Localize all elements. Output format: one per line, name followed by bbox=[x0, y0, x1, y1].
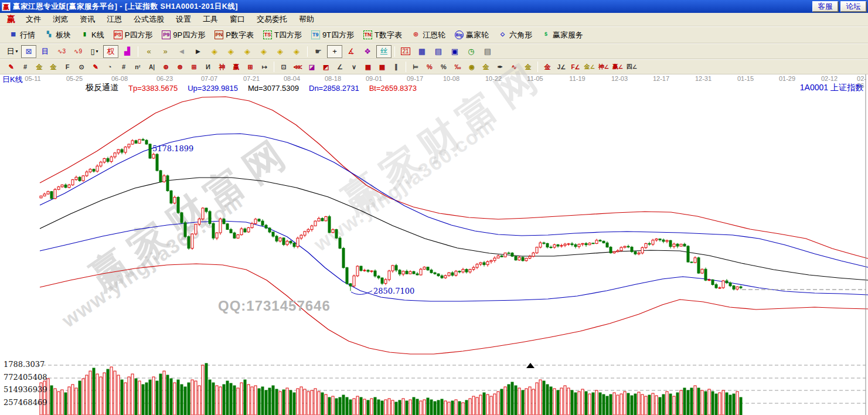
tool-shen-grid[interactable]: 神 bbox=[216, 61, 229, 73]
tool-grid-ticks[interactable]: # bbox=[19, 61, 32, 73]
tool-box-tool[interactable]: ⊡ bbox=[277, 61, 290, 73]
toolbar-hexagon[interactable]: ◇六角形 bbox=[493, 28, 537, 42]
toolbar-sectors[interactable]: ▚板块 bbox=[40, 28, 76, 42]
tool-ex-rights[interactable]: 权 bbox=[103, 45, 118, 58]
tool-gold-line[interactable]: 金 bbox=[522, 61, 535, 73]
toolbar-winner-service[interactable]: $赢家服务 bbox=[537, 28, 588, 42]
tool-calculator[interactable]: ▦ bbox=[414, 45, 430, 58]
tool-n-wave[interactable]: И bbox=[202, 61, 215, 73]
tool-percent[interactable]: % bbox=[437, 61, 450, 73]
tool-silk-tool[interactable]: 丝 bbox=[376, 45, 392, 58]
tool-shift-right[interactable]: ◈ bbox=[223, 45, 239, 58]
toolbar-p-square[interactable]: PSP四方形 bbox=[109, 28, 158, 42]
toolbar-kline[interactable]: ▮K线 bbox=[76, 28, 109, 42]
tool-gold-level[interactable]: 金 bbox=[479, 61, 492, 73]
tool-circle-5[interactable]: ⊙ bbox=[75, 61, 88, 73]
tool-page-next[interactable]: ► bbox=[190, 45, 206, 58]
menu-item-浏览[interactable]: 浏览 bbox=[47, 13, 74, 26]
toolbar-p-table[interactable]: PNP数字表 bbox=[210, 28, 258, 42]
tool-price-ruler[interactable]: ⊨ bbox=[409, 61, 422, 73]
tool-zoom-in[interactable]: ◈ bbox=[256, 45, 271, 58]
customer-service-button[interactable]: 客服 bbox=[812, 1, 838, 12]
tool-win-grid[interactable]: 赢 bbox=[230, 61, 243, 73]
candlestick-chart[interactable] bbox=[0, 74, 868, 415]
tool-v-wave[interactable]: ∨ bbox=[348, 61, 360, 73]
tool-win-angle[interactable]: 赢∠ bbox=[611, 61, 624, 73]
tool-gold-grid-2[interactable]: 金 bbox=[47, 61, 60, 73]
tool-stock-list[interactable]: 目 bbox=[38, 45, 53, 58]
tool-period-day[interactable]: 日▾ bbox=[5, 45, 20, 58]
tool-red-grid-2[interactable]: ▦ bbox=[376, 61, 389, 73]
tool-span-arrow[interactable]: ↦ bbox=[258, 61, 271, 73]
toolbar-t-table[interactable]: TNT数字表 bbox=[359, 28, 407, 42]
tool-red-grid-1[interactable]: ▦ bbox=[362, 61, 375, 73]
menu-item-窗口[interactable]: 窗口 bbox=[224, 13, 251, 26]
tool-percent-red[interactable]: % bbox=[423, 61, 436, 73]
tool-gold-grid-1[interactable]: 金 bbox=[33, 61, 46, 73]
menu-item-交易委托[interactable]: 交易委托 bbox=[251, 13, 293, 26]
tool-wave-line[interactable]: ∿ bbox=[508, 61, 520, 73]
tool-wave-3[interactable]: ∿3 bbox=[54, 45, 69, 58]
tool-gold-circle[interactable]: ◉ bbox=[465, 61, 478, 73]
tool-si-angle[interactable]: 四∠ bbox=[625, 61, 638, 73]
forum-button[interactable]: 论坛 bbox=[840, 1, 866, 12]
tool-shen-angle[interactable]: 神∠ bbox=[597, 61, 610, 73]
menu-item-设置[interactable]: 设置 bbox=[170, 13, 197, 26]
tool-region-select[interactable]: ⊠ bbox=[21, 45, 36, 58]
tool-chart-style[interactable]: ▟ bbox=[120, 45, 135, 58]
menu-item-工具[interactable]: 工具 bbox=[197, 13, 224, 26]
tool-notes[interactable]: ▤ bbox=[431, 45, 446, 58]
menu-item-公式选股[interactable]: 公式选股 bbox=[128, 13, 170, 26]
toolbar-quotes[interactable]: ▦行情 bbox=[4, 28, 40, 42]
tool-grid-123[interactable]: ⊞ bbox=[244, 61, 257, 73]
tool-tick-ruler[interactable]: # bbox=[117, 61, 130, 73]
toolbar-t-square[interactable]: TST四方形 bbox=[258, 28, 307, 42]
tool-crosshair[interactable]: + bbox=[327, 45, 342, 58]
tool-fan-rays[interactable]: ⋘ bbox=[291, 61, 304, 73]
tool-star-circle[interactable]: ⊛ bbox=[173, 61, 186, 73]
tool-circle-cross[interactable]: ⊕ bbox=[159, 61, 172, 73]
tool-angle-measure[interactable]: ∡ bbox=[343, 45, 359, 58]
toolbar-9p-square[interactable]: P99P四方形 bbox=[157, 28, 210, 42]
tool-gold-angle[interactable]: 金∠ bbox=[583, 61, 596, 73]
date-tick-01-15: 01-15 bbox=[737, 75, 754, 82]
tool-shift-left[interactable]: ◈ bbox=[207, 45, 222, 58]
tool-web-update[interactable]: ◷ bbox=[464, 45, 479, 58]
tool-zoom-out[interactable]: ◈ bbox=[273, 45, 288, 58]
tool-j-angle[interactable]: J∠ bbox=[555, 61, 568, 73]
menu-item-资讯[interactable]: 资讯 bbox=[74, 13, 101, 26]
tool-f-angle[interactable]: F∠ bbox=[569, 61, 582, 73]
menu-item-江恩[interactable]: 江恩 bbox=[101, 13, 128, 26]
tool-goto-first[interactable]: « bbox=[141, 45, 156, 58]
tool-time-cycle[interactable]: ◔ bbox=[103, 61, 116, 73]
tool-angle-lines[interactable]: ∠ bbox=[333, 61, 346, 73]
tool-gold-angle-red[interactable]: 金 bbox=[541, 61, 554, 73]
tool-wave-9[interactable]: ∿9 bbox=[70, 45, 86, 58]
tool-zoom-horizontal[interactable]: ◈ bbox=[240, 45, 255, 58]
tool-save[interactable]: ▣ bbox=[447, 45, 462, 58]
menu-item-帮助[interactable]: 帮助 bbox=[293, 13, 320, 26]
tool-square-grid[interactable]: ⊞ bbox=[188, 61, 200, 73]
toolbar-9t-square[interactable]: T99T四方形 bbox=[307, 28, 359, 42]
tool-parallel-lines[interactable]: ∥ bbox=[390, 61, 403, 73]
tool-fan-square-purple[interactable]: ◪ bbox=[305, 61, 318, 73]
tool-calendar[interactable]: 21 bbox=[398, 45, 413, 58]
tool-print[interactable]: ▤ bbox=[480, 45, 495, 58]
tool-goto-last[interactable]: » bbox=[158, 45, 173, 58]
toolbar-winner-wheel[interactable]: Big赢家轮 bbox=[450, 28, 493, 42]
tool-hand-tool[interactable]: ☛ bbox=[311, 45, 326, 58]
tool-a-line[interactable]: A| bbox=[145, 61, 158, 73]
tool-gann-flower[interactable]: ❖ bbox=[360, 45, 375, 58]
tool-page-prev[interactable]: ◄ bbox=[174, 45, 189, 58]
tool-red-pen[interactable]: ✎ bbox=[89, 61, 102, 73]
tool-candle-style[interactable]: ▯▾ bbox=[87, 45, 102, 58]
menu-item-文件[interactable]: 文件 bbox=[20, 13, 47, 26]
toolbar-gann-wheel[interactable]: ◎江恩轮 bbox=[407, 28, 450, 42]
tool-fan-square-red[interactable]: ◩ bbox=[319, 61, 332, 73]
tool-ink-pen[interactable]: ✒ bbox=[493, 61, 506, 73]
tool-draw-pen[interactable]: ✎ bbox=[5, 61, 18, 73]
tool-n-square[interactable]: n² bbox=[131, 61, 144, 73]
tool-permille[interactable]: ‰ bbox=[451, 61, 464, 73]
tool-f-grid[interactable]: F bbox=[61, 61, 74, 73]
tool-zoom-fit[interactable]: ◈ bbox=[289, 45, 304, 58]
